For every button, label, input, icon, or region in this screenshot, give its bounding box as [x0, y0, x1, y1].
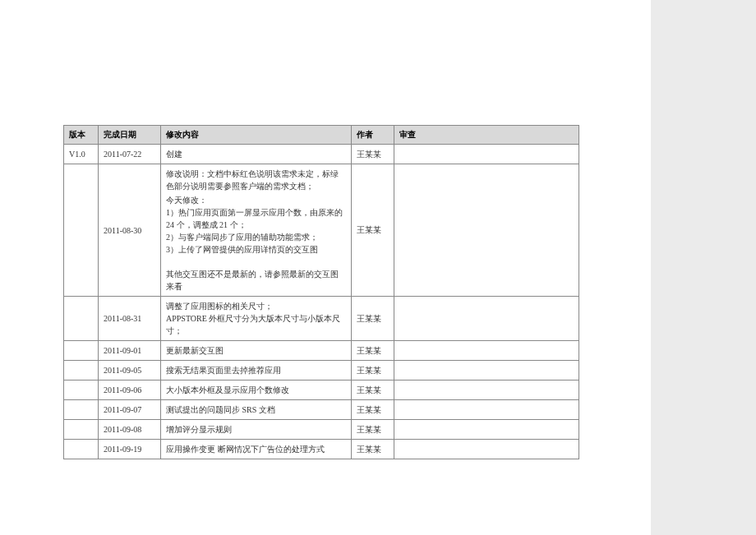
cell-date: 2011-09-08: [99, 420, 161, 440]
content-line: 3）上传了网管提供的应用详情页的交互图: [166, 243, 346, 256]
cell-date: 2011-09-19: [99, 440, 161, 459]
table-row: 2011-09-01 更新最新交互图 王某某: [64, 341, 579, 361]
cell-author: 王某某: [352, 341, 394, 361]
cell-version: [64, 380, 99, 400]
content-line: 2）与客户端同步了应用的辅助功能需求；: [166, 231, 346, 243]
cell-review: [394, 361, 579, 380]
cell-content: 创建: [161, 145, 352, 164]
content-line: 1）热门应用页面第一屏显示应用个数，由原来的 24 个，调整成 21 个；: [166, 206, 346, 231]
table-row: 2011-08-30 修改说明：文档中标红色说明该需求未定，标绿色部分说明需要参…: [64, 164, 579, 297]
table-row: 2011-09-19 应用操作变更 断网情况下广告位的处理方式 王某某: [64, 440, 579, 459]
cell-date: 2011-09-05: [99, 361, 161, 380]
cell-date: 2011-09-06: [99, 380, 161, 400]
cell-review: [394, 145, 579, 164]
cell-version: [64, 420, 99, 440]
cell-version: [64, 400, 99, 420]
cell-review: [394, 420, 579, 440]
content-line: 修改说明：文档中标红色说明该需求未定，标绿色部分说明需要参照客户端的需求文档；: [166, 168, 346, 192]
header-review: 审查: [394, 126, 579, 145]
cell-version: V1.0: [64, 145, 99, 164]
header-content: 修改内容: [161, 126, 352, 145]
cell-content: 搜索无结果页面里去掉推荐应用: [161, 361, 352, 380]
content-line: 今天修改：: [166, 194, 346, 206]
cell-content: 测试提出的问题同步 SRS 文档: [161, 400, 352, 420]
table-row: 2011-09-08 增加评分显示规则 王某某: [64, 420, 579, 440]
side-panel: [651, 0, 756, 535]
cell-version: [64, 297, 99, 341]
change-history-table: 版本 完成日期 修改内容 作者 审查 V1.0 2011-07-22 创建 王某…: [63, 125, 579, 459]
cell-date: 2011-09-01: [99, 341, 161, 361]
cell-date: 2011-08-30: [99, 164, 161, 297]
table-row: 2011-09-07 测试提出的问题同步 SRS 文档 王某某: [64, 400, 579, 420]
cell-date: 2011-07-22: [99, 145, 161, 164]
cell-version: [64, 361, 99, 380]
header-date: 完成日期: [99, 126, 161, 145]
cell-author: 王某某: [352, 440, 394, 459]
content-line: 其他交互图还不是最新的，请参照最新的交互图来看: [166, 268, 346, 293]
cell-review: [394, 380, 579, 400]
table-row: 2011-08-31 调整了应用图标的相关尺寸； APPSTORE 外框尺寸分为…: [64, 297, 579, 341]
cell-content: 大小版本外框及显示应用个数修改: [161, 380, 352, 400]
content-line: APPSTORE 外框尺寸分为大版本尺寸与小版本尺寸；: [166, 312, 346, 337]
table-header-row: 版本 完成日期 修改内容 作者 审查: [64, 126, 579, 145]
content-line: [166, 256, 346, 268]
header-author: 作者: [352, 126, 394, 145]
cell-author: 王某某: [352, 297, 394, 341]
cell-author: 王某某: [352, 361, 394, 380]
cell-content: 增加评分显示规则: [161, 420, 352, 440]
cell-content: 修改说明：文档中标红色说明该需求未定，标绿色部分说明需要参照客户端的需求文档； …: [161, 164, 352, 297]
document-page: 版本 完成日期 修改内容 作者 审查 V1.0 2011-07-22 创建 王某…: [51, 0, 593, 535]
cell-date: 2011-09-07: [99, 400, 161, 420]
cell-author: 王某某: [352, 380, 394, 400]
cell-review: [394, 297, 579, 341]
cell-version: [64, 440, 99, 459]
cell-review: [394, 341, 579, 361]
cell-version: [64, 164, 99, 297]
cell-content: 更新最新交互图: [161, 341, 352, 361]
cell-author: 王某某: [352, 145, 394, 164]
cell-version: [64, 341, 99, 361]
table-row: V1.0 2011-07-22 创建 王某某: [64, 145, 579, 164]
cell-review: [394, 164, 579, 297]
cell-content: 调整了应用图标的相关尺寸； APPSTORE 外框尺寸分为大版本尺寸与小版本尺寸…: [161, 297, 352, 341]
cell-content: 应用操作变更 断网情况下广告位的处理方式: [161, 440, 352, 459]
cell-author: 王某某: [352, 400, 394, 420]
cell-review: [394, 440, 579, 459]
cell-review: [394, 400, 579, 420]
cell-author: 王某某: [352, 164, 394, 297]
header-version: 版本: [64, 126, 99, 145]
table-row: 2011-09-06 大小版本外框及显示应用个数修改 王某某: [64, 380, 579, 400]
cell-author: 王某某: [352, 420, 394, 440]
cell-date: 2011-08-31: [99, 297, 161, 341]
table-row: 2011-09-05 搜索无结果页面里去掉推荐应用 王某某: [64, 361, 579, 380]
content-line: 调整了应用图标的相关尺寸；: [166, 300, 346, 312]
